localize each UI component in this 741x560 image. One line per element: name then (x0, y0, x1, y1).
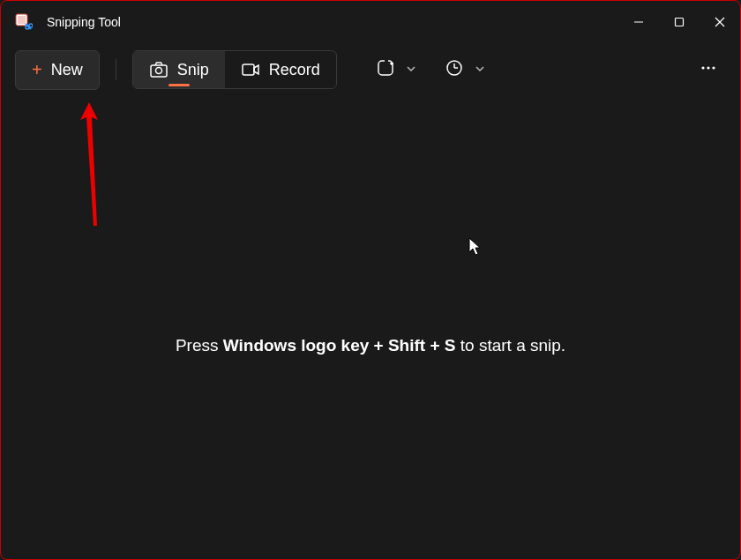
ellipsis-icon (700, 64, 717, 79)
maximize-button[interactable] (659, 2, 700, 42)
svg-point-19 (712, 66, 715, 69)
clock-icon (445, 58, 464, 81)
new-button[interactable]: + New (15, 50, 100, 90)
app-title: Snipping Tool (47, 15, 121, 29)
svg-point-18 (707, 66, 709, 69)
minimize-button[interactable] (618, 2, 659, 42)
svg-point-17 (701, 66, 704, 69)
toolbar-right (370, 53, 490, 86)
maximize-icon (674, 17, 685, 27)
chevron-down-icon (406, 62, 416, 78)
hint-prefix: Press (176, 336, 223, 355)
title-left: Snipping Tool (15, 13, 121, 31)
shape-icon (376, 58, 395, 81)
more-options-button[interactable] (691, 50, 726, 89)
plus-icon: + (32, 60, 42, 80)
active-tab-indicator (168, 84, 190, 86)
close-button[interactable] (700, 2, 740, 42)
snip-mode-label: Snip (177, 61, 209, 79)
svg-rect-1 (18, 16, 26, 24)
app-icon (15, 13, 33, 31)
snip-mode-button[interactable]: Snip (133, 51, 225, 88)
record-mode-label: Record (269, 61, 320, 79)
svg-point-9 (155, 68, 161, 74)
content-area: Press Windows logo key + Shift + S to st… (1, 96, 740, 559)
camera-icon (149, 60, 168, 79)
titlebar: Snipping Tool (1, 1, 740, 43)
chevron-down-icon (475, 62, 485, 78)
toolbar: + New Snip Record (1, 43, 740, 96)
hint-keys: Windows logo key + Shift + S (223, 336, 456, 355)
window-controls (618, 2, 740, 42)
svg-rect-5 (676, 19, 684, 26)
hint-suffix: to start a snip. (456, 336, 566, 355)
toolbar-divider (116, 59, 116, 80)
delay-dropdown[interactable] (439, 53, 490, 86)
new-button-label: New (51, 61, 83, 79)
svg-point-3 (29, 24, 33, 27)
minimize-icon (633, 17, 644, 27)
keyboard-shortcut-hint: Press Windows logo key + Shift + S to st… (176, 336, 565, 355)
svg-rect-10 (243, 64, 254, 75)
shape-mode-dropdown[interactable] (370, 53, 422, 86)
mode-toggle-group: Snip Record (132, 50, 337, 89)
close-icon (715, 17, 725, 27)
record-mode-button[interactable]: Record (225, 51, 336, 88)
video-icon (241, 60, 260, 79)
